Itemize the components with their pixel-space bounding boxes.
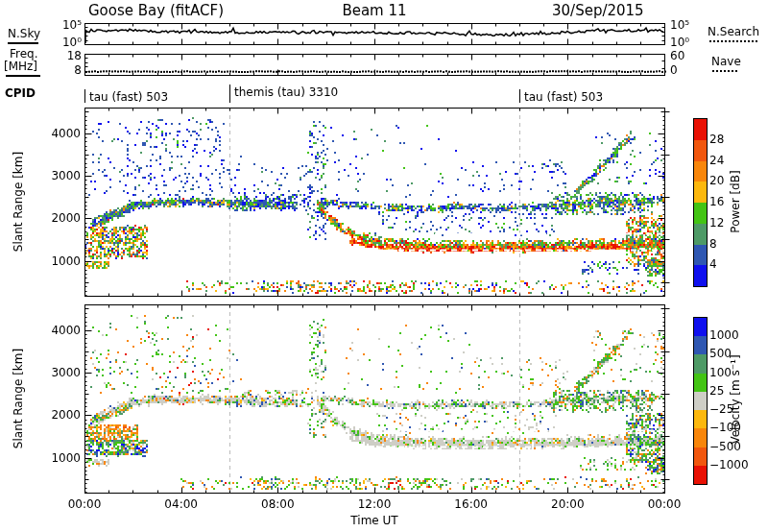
- colorbar-segment: [694, 374, 707, 392]
- y-tick-label: 4000: [42, 324, 81, 337]
- freq-tick-top-right: 60: [670, 49, 684, 62]
- colorbar-label: 4: [709, 257, 717, 271]
- freq-tick-bottom-right: 0: [670, 63, 678, 77]
- colorbar-segment: [694, 245, 707, 266]
- colorbar-segment: [694, 119, 707, 140]
- rti-plot-page: Goose Bay (fitACF) Beam 11 30/Sep/2015 1…: [0, 0, 768, 532]
- y-tick-label: 2000: [42, 211, 81, 225]
- x-axis-title: Time UT: [350, 514, 397, 527]
- colorbar-segment: [694, 392, 707, 410]
- colorbar-label: −500: [709, 440, 741, 453]
- freq-axis-label-1: Freq.: [10, 47, 38, 60]
- freq-tick-top-left: 18: [43, 49, 82, 62]
- colorbar-label: 500: [709, 347, 732, 360]
- x-tick-label: 20:00: [543, 497, 591, 511]
- nave-legend: Nave: [711, 55, 741, 68]
- colorbar-segment: [694, 181, 707, 203]
- freq-axis-label-2: [MHz]: [4, 60, 37, 73]
- colorbar-segment: [694, 410, 707, 428]
- x-tick-label: 12:00: [350, 497, 398, 511]
- y-tick-label: 1000: [42, 451, 81, 465]
- x-tick-label: 16:00: [447, 497, 495, 511]
- dotted-line-legend-nave: [712, 70, 737, 72]
- y-tick-label: 3000: [42, 366, 81, 379]
- x-tick-label: 04:00: [157, 497, 205, 511]
- x-tick-label: 08:00: [253, 497, 301, 511]
- nsearch-legend: N.Search: [708, 25, 759, 38]
- colorbar-label: 100: [709, 366, 732, 379]
- colorbar-label: −1000: [709, 458, 749, 472]
- colorbar-label: 28: [709, 133, 724, 146]
- date-label: 30/Sep/2015: [552, 4, 644, 17]
- colorbar-label: −100: [709, 421, 741, 434]
- y-tick-label: 3000: [42, 169, 81, 182]
- colorbar-label: 24: [709, 154, 724, 167]
- beam-label: Beam 11: [342, 4, 406, 17]
- cpid-separator: [84, 89, 85, 103]
- y-tick-label: 4000: [42, 127, 81, 140]
- y-tick-label: 2000: [42, 408, 81, 422]
- station-title: Goose Bay (fitACF): [88, 4, 224, 17]
- freq-tick-bottom-left: 8: [43, 63, 82, 77]
- y-tick-label: 1000: [42, 254, 81, 268]
- rti-canvas: [0, 0, 768, 532]
- colorbar-label: 16: [709, 195, 724, 208]
- colorbar-segment: [694, 336, 707, 354]
- noise-tick-bottom-right: 10⁰: [670, 36, 689, 49]
- colorbar-segment: [694, 447, 707, 466]
- noise-axis-label: N.Sky: [8, 27, 40, 40]
- colorbar-segment: [694, 318, 707, 336]
- dotted-line-legend-nsearch: [709, 40, 757, 42]
- cpid-separator: [519, 89, 520, 103]
- colorbar-segment: [694, 265, 707, 286]
- noise-tick-top-right: 10⁵: [670, 18, 689, 32]
- colorbar-segment: [694, 203, 707, 224]
- cpid-segment-label: themis (tau) 3310: [234, 85, 338, 99]
- x-tick-label: 00:00: [60, 497, 108, 511]
- cpid-segment-label: tau (fast) 503: [524, 90, 603, 104]
- noise-tick-bottom-left: 10⁰: [43, 36, 82, 49]
- colorbar-segment: [694, 224, 707, 245]
- colorbar-segment: [694, 140, 707, 161]
- solid-line-legend: [8, 42, 38, 44]
- colorbar-segment: [694, 161, 707, 182]
- solid-line-legend-freq: [6, 75, 40, 77]
- colorbar-label: −25: [709, 402, 733, 416]
- cpid-segment-label: tau (fast) 503: [89, 90, 168, 104]
- colorbar-label: 8: [709, 237, 717, 251]
- velocity-colorbar: [693, 317, 708, 485]
- noise-tick-top-left: 10⁵: [43, 18, 82, 32]
- colorbar-label: 25: [709, 384, 724, 398]
- colorbar-segment: [694, 428, 707, 447]
- colorbar-label: 1000: [709, 328, 739, 342]
- colorbar-segment: [694, 354, 707, 373]
- cpid-separator: [229, 85, 230, 103]
- colorbar-segment: [694, 466, 707, 484]
- x-tick-label: 00:00: [640, 497, 688, 511]
- colorbar-label: 12: [709, 216, 724, 230]
- colorbar-label: 20: [709, 174, 724, 187]
- power-colorbar: [693, 118, 708, 287]
- cpid-label: CPID: [5, 86, 36, 100]
